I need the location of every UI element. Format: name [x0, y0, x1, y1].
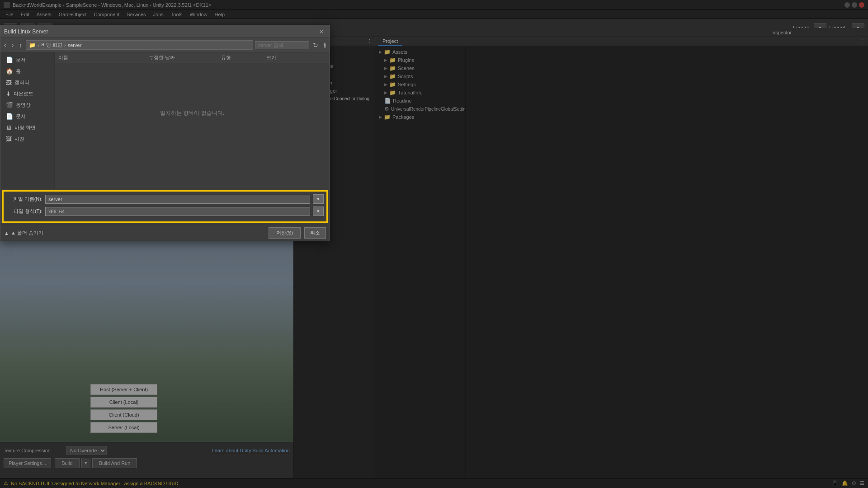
sidebar-gallery-label: 갤러리 — [14, 79, 29, 86]
filetype-row: 파일 형식(T): ▾ — [6, 206, 324, 216]
sidebar-videos[interactable]: 🎬 동영상 — [0, 99, 54, 111]
file-main: 이름 수정한 날짜 유형 크기 일치하는 항목이 없습니다. — [55, 52, 330, 188]
gallery-icon: 🖼 — [6, 79, 12, 86]
sidebar-desktop-label: 바탕 화면 — [14, 124, 36, 131]
cancel-button[interactable]: 취소 — [304, 227, 326, 239]
nav-back-button[interactable]: ‹ — [2, 41, 8, 50]
filename-area: 파일 이름(N): ▾ 파일 형식(T): ▾ — [2, 190, 328, 223]
sidebar-desktop[interactable]: 🖥 바탕 화면 — [0, 122, 54, 133]
breadcrumb-server[interactable]: server — [68, 42, 82, 48]
videos-icon: 🎬 — [6, 102, 13, 108]
breadcrumb-home: › — [38, 42, 39, 48]
file-empty-message: 일치하는 항목이 없습니다. — [55, 63, 330, 163]
empty-text: 일치하는 항목이 없습니다. — [160, 109, 224, 117]
nav-forward-button[interactable]: › — [10, 41, 16, 50]
file-dialog-title-text: Build Linux Server — [4, 28, 48, 35]
pictures-icon: 🖼 — [6, 136, 12, 142]
hide-folders-button[interactable]: ▲ ▲ 폴더 숨기기 — [4, 230, 43, 236]
dialog-action-buttons: 저장(S) 취소 — [269, 227, 326, 239]
sidebar-gallery[interactable]: 🖼 갤러리 — [0, 77, 54, 88]
file-dialog: Build Linux Server ✕ ‹ › ↑ 📁 › 바탕 화면 › s… — [0, 25, 330, 241]
file-dialog-close[interactable]: ✕ — [317, 28, 326, 35]
downloads-icon: ⬇ — [6, 90, 11, 97]
desktop-icon: 🖥 — [6, 124, 12, 131]
breadcrumb-arrow: › — [64, 42, 66, 48]
filename-label: 파일 이름(N): — [6, 196, 42, 202]
hide-folders-icon: ▲ — [4, 230, 9, 236]
filetype-label: 파일 형식(T): — [6, 208, 42, 215]
file-dialog-bottom: 파일 이름(N): ▾ 파일 형식(T): ▾ — [0, 188, 330, 223]
file-dialog-toolbar: ‹ › ↑ 📁 › 바탕 화면 › server ↻ ℹ — [0, 38, 330, 52]
file-dialog-overlay: Build Linux Server ✕ ‹ › ↑ 📁 › 바탕 화면 › s… — [0, 0, 868, 488]
sidebar-downloads-label: 다운로드 — [14, 90, 33, 97]
filename-row: 파일 이름(N): ▾ — [6, 194, 324, 204]
documents-icon-2: 📄 — [6, 113, 13, 120]
sidebar-home-label: 홈 — [16, 68, 21, 75]
file-dialog-content: 📄 문서 🏠 홈 🖼 갤러리 ⬇ 다운로드 🎬 동영상 — [0, 52, 330, 188]
info-button[interactable]: ℹ — [322, 41, 328, 50]
file-dialog-titlebar: Build Linux Server ✕ — [0, 25, 330, 38]
folder-icon: 📁 — [29, 42, 36, 48]
nav-up-button[interactable]: ↑ — [17, 41, 24, 50]
sidebar-documents-2[interactable]: 📄 문서 — [0, 111, 54, 122]
sidebar-documents-label-1: 문서 — [16, 56, 26, 63]
filetype-dropdown-btn[interactable]: ▾ — [313, 206, 324, 216]
sidebar-documents-label-2: 문서 — [16, 113, 26, 120]
filetype-input[interactable] — [45, 207, 310, 216]
home-icon: 🏠 — [6, 68, 13, 75]
breadcrumb-desktop[interactable]: 바탕 화면 — [41, 42, 62, 48]
file-column-header: 이름 수정한 날짜 유형 크기 — [55, 52, 330, 63]
file-sidebar: 📄 문서 🏠 홈 🖼 갤러리 ⬇ 다운로드 🎬 동영상 — [0, 52, 55, 188]
sidebar-pictures[interactable]: 🖼 사진 — [0, 133, 54, 145]
address-bar: 📁 › 바탕 화면 › server — [26, 40, 253, 50]
sidebar-downloads[interactable]: ⬇ 다운로드 — [0, 88, 54, 99]
column-modified: 수정한 날짜 — [145, 54, 217, 61]
save-button[interactable]: 저장(S) — [269, 227, 301, 239]
column-name: 이름 — [55, 54, 145, 61]
documents-icon-1: 📄 — [6, 56, 13, 63]
filename-input[interactable] — [45, 195, 310, 204]
refresh-button[interactable]: ↻ — [311, 41, 320, 50]
hide-folders-label: ▲ 폴더 숨기기 — [11, 230, 43, 236]
sidebar-videos-label: 동영상 — [16, 102, 31, 108]
sidebar-documents-1[interactable]: 📄 문서 — [0, 54, 54, 66]
column-type: 유형 — [217, 54, 263, 61]
column-size: 크기 — [263, 54, 299, 61]
search-input[interactable] — [255, 41, 309, 49]
file-dialog-actions: ▲ ▲ 폴더 숨기기 저장(S) 취소 — [0, 225, 330, 241]
sidebar-home[interactable]: 🏠 홈 — [0, 66, 54, 77]
filename-dropdown-btn[interactable]: ▾ — [313, 194, 324, 204]
sidebar-pictures-label: 사진 — [14, 136, 24, 142]
